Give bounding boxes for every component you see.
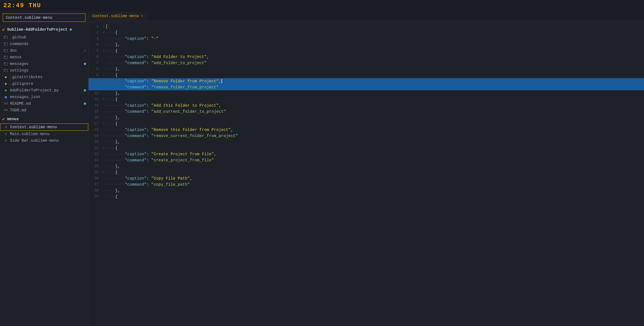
sublime-icon: ⚡ bbox=[3, 132, 8, 136]
svg-rect-7 bbox=[4, 56, 6, 57]
file-label: messages bbox=[10, 62, 84, 66]
code-line: 7 ········"command": "add_folder_to_proj… bbox=[88, 60, 644, 66]
python-icon: ● bbox=[3, 88, 8, 93]
list-item[interactable]: ◆ .gitattributes bbox=[0, 74, 88, 80]
modified-badge bbox=[84, 63, 86, 65]
list-item[interactable]: ≡≡ TODO.md bbox=[0, 107, 88, 114]
list-item[interactable]: doc bbox=[0, 47, 88, 54]
file-label: commands bbox=[10, 42, 86, 46]
folder-icon bbox=[3, 41, 8, 46]
folder-icon bbox=[3, 61, 8, 66]
empty-badge bbox=[84, 49, 86, 52]
code-line: 26 ········"caption": "Copy File Path", bbox=[88, 175, 644, 182]
list-item[interactable]: ▣ messages.json bbox=[0, 94, 88, 100]
json-icon: ▣ bbox=[3, 94, 8, 99]
code-editor[interactable]: 1 v [ 2 v ····{ 3 ········"caption": "-"… bbox=[88, 21, 644, 326]
file-label: Context.sublime-menu bbox=[10, 125, 86, 129]
tab-close-button[interactable]: ✕ bbox=[141, 14, 143, 18]
svg-rect-4 bbox=[4, 49, 7, 52]
code-line: 24 ····}, bbox=[88, 163, 644, 169]
list-item[interactable]: settings bbox=[0, 67, 88, 74]
section-name: menus bbox=[7, 117, 19, 121]
file-label: settings bbox=[10, 68, 86, 73]
code-line: 9 v ····{ bbox=[88, 72, 644, 78]
editor-area: Context.sublime-menu ✕ 1 v [ 2 v ····{ 3 bbox=[88, 11, 644, 326]
list-item[interactable]: commands bbox=[0, 41, 88, 47]
code-line: 4 ····}, bbox=[88, 42, 644, 48]
file-label: messages.json bbox=[10, 95, 86, 99]
list-item[interactable]: ● AddFolderToProject.py bbox=[0, 87, 88, 94]
svg-rect-1 bbox=[4, 36, 6, 37]
folder-icon bbox=[3, 55, 8, 60]
code-line: 5 v ····{ bbox=[88, 48, 644, 54]
code-line: 25 v ····{ bbox=[88, 169, 644, 175]
list-item[interactable]: ≡≡ README.md bbox=[0, 100, 88, 107]
file-label: Side Bar.sublime-menu bbox=[10, 138, 86, 143]
code-line: 15 ········"command": "add_current_folde… bbox=[88, 109, 644, 115]
tab-bar: Context.sublime-menu ✕ bbox=[88, 11, 644, 21]
list-item[interactable]: messages bbox=[0, 61, 88, 67]
code-line: 8 ····}, bbox=[88, 66, 644, 72]
code-line: 22 ········"caption": "Create Project fr… bbox=[88, 151, 644, 157]
code-line: 18 ········"caption": "Remove this Folde… bbox=[88, 127, 644, 133]
code-line: 1 v [ bbox=[88, 23, 644, 30]
root-folder[interactable]: ✔ Sublime-AddFolderToProject bbox=[0, 25, 88, 34]
md-icon: ≡≡ bbox=[3, 101, 8, 106]
folder-icon bbox=[3, 48, 8, 53]
code-line: 19 ········"command": "remove_current_fo… bbox=[88, 133, 644, 139]
svg-rect-10 bbox=[4, 69, 7, 72]
file-label: Main.sublime-menu bbox=[10, 132, 86, 136]
folder-icon bbox=[3, 35, 8, 40]
menus-section[interactable]: ✔ menus bbox=[0, 115, 88, 123]
file-label: .gitignore bbox=[10, 81, 86, 86]
svg-rect-0 bbox=[4, 36, 7, 39]
main-layout: ✔ Sublime-AddFolderToProject .github com… bbox=[0, 11, 644, 326]
sublime-icon: ⚡ bbox=[3, 138, 8, 143]
list-item[interactable]: menus bbox=[0, 54, 88, 61]
code-line: 10 ········"caption": "Remove Folder fro… bbox=[88, 78, 644, 84]
svg-rect-2 bbox=[4, 43, 7, 45]
file-label: .gitattributes bbox=[10, 75, 86, 79]
sublime-icon: ⚡ bbox=[4, 125, 9, 130]
code-line: 3 ········"caption": "-" bbox=[88, 36, 644, 42]
tab-label: Context.sublime-menu bbox=[92, 14, 139, 18]
root-folder-name: Sublime-AddFolderToProject bbox=[7, 27, 67, 32]
tab-context-menu[interactable]: Context.sublime-menu ✕ bbox=[88, 12, 147, 21]
modified-badge bbox=[84, 102, 86, 105]
root-folder-badge bbox=[70, 28, 72, 31]
code-line: 12 ····}, bbox=[88, 90, 644, 96]
svg-rect-8 bbox=[4, 63, 7, 65]
folder-icon bbox=[3, 68, 8, 73]
code-line: 28 ····}, bbox=[88, 188, 644, 194]
git-icon: ◆ bbox=[3, 81, 8, 86]
code-line: 17 v ····{ bbox=[88, 121, 644, 127]
svg-rect-5 bbox=[4, 49, 6, 50]
list-item[interactable]: ⚡ Side Bar.sublime-menu bbox=[0, 137, 88, 144]
code-line: 6 ········"caption": "Add Folder to Proj… bbox=[88, 54, 644, 60]
check-icon: ✔ bbox=[2, 27, 5, 32]
file-label: menus bbox=[10, 55, 86, 59]
code-line: 16 ····}, bbox=[88, 115, 644, 121]
svg-rect-11 bbox=[4, 69, 6, 70]
list-item[interactable]: ◆ .gitignore bbox=[0, 80, 88, 87]
code-line: 11 ········"command": "remove_folder_fro… bbox=[88, 84, 644, 90]
code-line: 27 ········"command": "copy_file_path" bbox=[88, 182, 644, 188]
code-line: 20 ····}, bbox=[88, 139, 644, 145]
clock-display: 22:49 THU bbox=[3, 2, 41, 9]
svg-rect-3 bbox=[4, 43, 6, 43]
file-tree: ✔ Sublime-AddFolderToProject .github com… bbox=[0, 24, 88, 326]
list-item[interactable]: ⚡ Main.sublime-menu bbox=[0, 131, 88, 137]
check-icon: ✔ bbox=[2, 116, 5, 122]
sidebar: ✔ Sublime-AddFolderToProject .github com… bbox=[0, 11, 88, 326]
file-label: TODO.md bbox=[10, 108, 86, 112]
search-input[interactable] bbox=[3, 14, 85, 22]
code-line: 29 ····{ bbox=[88, 194, 644, 200]
code-line: 21 v ····{ bbox=[88, 145, 644, 151]
list-item[interactable]: ⚡ Context.sublime-menu bbox=[0, 123, 88, 131]
list-item[interactable]: .github bbox=[0, 34, 88, 41]
file-label: README.md bbox=[10, 101, 84, 106]
md-icon: ≡≡ bbox=[3, 108, 8, 113]
svg-rect-6 bbox=[4, 56, 7, 59]
modified-badge bbox=[84, 89, 86, 91]
file-label: AddFolderToProject.py bbox=[10, 88, 84, 93]
